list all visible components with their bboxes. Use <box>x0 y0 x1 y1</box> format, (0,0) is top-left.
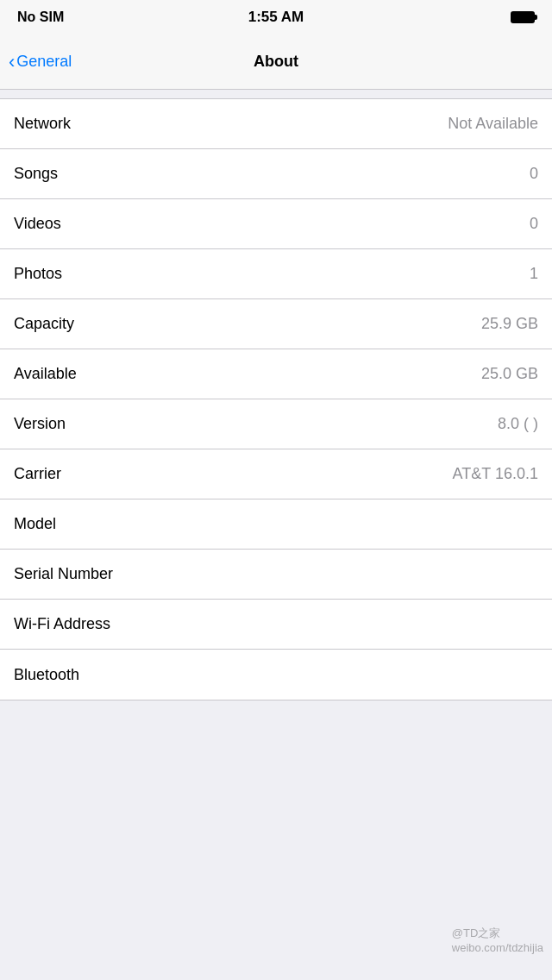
back-button[interactable]: ‹ General <box>9 51 72 73</box>
row-label: Carrier <box>14 465 61 483</box>
row-value: 25.9 GB <box>83 315 538 333</box>
row-value: AT&T 16.0.1 <box>70 465 538 483</box>
status-bar: No SIM 1:55 AM <box>0 0 552 35</box>
row-value: 1 <box>71 265 538 283</box>
table-row[interactable]: Bluetooth <box>0 650 552 700</box>
row-label: Wi-Fi Address <box>14 615 110 633</box>
table-row[interactable]: Wi-Fi Address <box>0 600 552 650</box>
table-row[interactable]: Available25.0 GB <box>0 349 552 399</box>
row-label: Photos <box>14 265 62 283</box>
settings-content: NetworkNot AvailableSongs0Videos0Photos1… <box>0 98 552 700</box>
row-label: Network <box>14 115 71 133</box>
page-title: About <box>254 53 298 71</box>
table-row[interactable]: Songs0 <box>0 149 552 199</box>
table-row[interactable]: Capacity25.9 GB <box>0 299 552 349</box>
row-value: 0 <box>66 165 538 183</box>
row-value: 25.0 GB <box>85 365 538 383</box>
row-value: 8.0 ( ) <box>74 415 538 433</box>
time-label: 1:55 AM <box>248 9 304 26</box>
table-row[interactable]: CarrierAT&T 16.0.1 <box>0 449 552 499</box>
table-row[interactable]: Serial Number <box>0 550 552 600</box>
battery-icon <box>511 11 535 23</box>
watermark: @TD之家weibo.com/tdzhijia <box>452 926 543 954</box>
table-row[interactable]: Version8.0 ( ) <box>0 399 552 449</box>
settings-group: NetworkNot AvailableSongs0Videos0Photos1… <box>0 98 552 700</box>
row-label: Version <box>14 415 66 433</box>
table-row[interactable]: NetworkNot Available <box>0 99 552 149</box>
table-row[interactable]: Model <box>0 499 552 550</box>
table-row[interactable]: Photos1 <box>0 249 552 299</box>
back-chevron-icon: ‹ <box>9 51 15 73</box>
row-label: Available <box>14 365 77 383</box>
row-value: 0 <box>70 215 538 233</box>
back-label: General <box>16 53 72 71</box>
carrier-label: No SIM <box>17 9 64 25</box>
row-label: Capacity <box>14 315 74 333</box>
row-label: Videos <box>14 215 61 233</box>
table-row[interactable]: Videos0 <box>0 199 552 249</box>
nav-bar: ‹ General About <box>0 35 552 90</box>
row-label: Model <box>14 515 56 533</box>
row-value: Not Available <box>79 115 538 133</box>
row-label: Bluetooth <box>14 666 79 684</box>
status-right <box>511 11 535 23</box>
row-label: Songs <box>14 165 58 183</box>
row-label: Serial Number <box>14 565 113 583</box>
